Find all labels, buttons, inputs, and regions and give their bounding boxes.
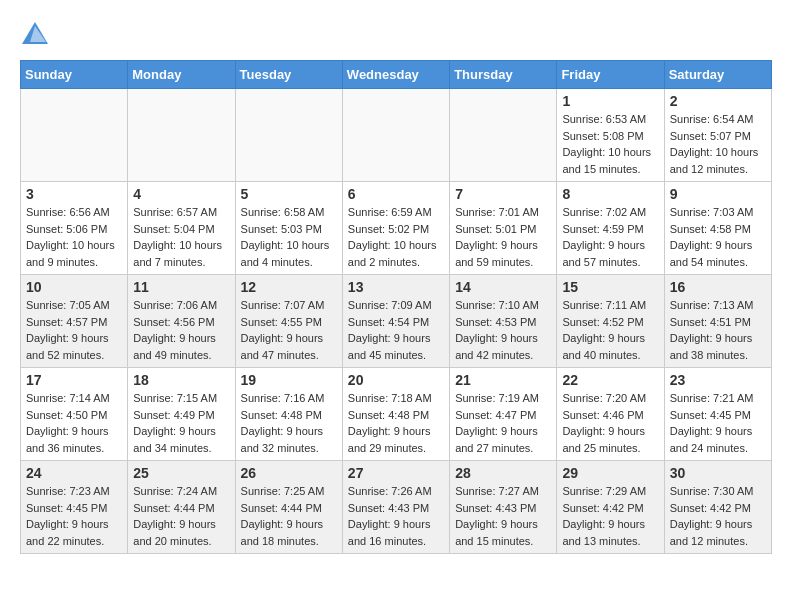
day-number: 26 (241, 465, 337, 481)
calendar-cell: 18Sunrise: 7:15 AM Sunset: 4:49 PM Dayli… (128, 368, 235, 461)
day-info: Sunrise: 7:16 AM Sunset: 4:48 PM Dayligh… (241, 390, 337, 456)
day-info: Sunrise: 7:20 AM Sunset: 4:46 PM Dayligh… (562, 390, 658, 456)
logo-icon (20, 20, 50, 44)
day-number: 24 (26, 465, 122, 481)
calendar-cell (235, 89, 342, 182)
day-info: Sunrise: 6:56 AM Sunset: 5:06 PM Dayligh… (26, 204, 122, 270)
day-info: Sunrise: 7:27 AM Sunset: 4:43 PM Dayligh… (455, 483, 551, 549)
calendar-cell: 17Sunrise: 7:14 AM Sunset: 4:50 PM Dayli… (21, 368, 128, 461)
calendar-cell: 14Sunrise: 7:10 AM Sunset: 4:53 PM Dayli… (450, 275, 557, 368)
day-info: Sunrise: 7:29 AM Sunset: 4:42 PM Dayligh… (562, 483, 658, 549)
calendar-cell: 1Sunrise: 6:53 AM Sunset: 5:08 PM Daylig… (557, 89, 664, 182)
calendar-cell: 13Sunrise: 7:09 AM Sunset: 4:54 PM Dayli… (342, 275, 449, 368)
day-info: Sunrise: 6:54 AM Sunset: 5:07 PM Dayligh… (670, 111, 766, 177)
calendar-cell: 12Sunrise: 7:07 AM Sunset: 4:55 PM Dayli… (235, 275, 342, 368)
calendar-cell: 11Sunrise: 7:06 AM Sunset: 4:56 PM Dayli… (128, 275, 235, 368)
calendar-cell: 29Sunrise: 7:29 AM Sunset: 4:42 PM Dayli… (557, 461, 664, 554)
day-info: Sunrise: 7:13 AM Sunset: 4:51 PM Dayligh… (670, 297, 766, 363)
day-info: Sunrise: 7:07 AM Sunset: 4:55 PM Dayligh… (241, 297, 337, 363)
day-info: Sunrise: 7:15 AM Sunset: 4:49 PM Dayligh… (133, 390, 229, 456)
calendar-cell: 10Sunrise: 7:05 AM Sunset: 4:57 PM Dayli… (21, 275, 128, 368)
day-info: Sunrise: 7:19 AM Sunset: 4:47 PM Dayligh… (455, 390, 551, 456)
calendar-cell: 7Sunrise: 7:01 AM Sunset: 5:01 PM Daylig… (450, 182, 557, 275)
day-info: Sunrise: 6:59 AM Sunset: 5:02 PM Dayligh… (348, 204, 444, 270)
day-number: 9 (670, 186, 766, 202)
day-number: 5 (241, 186, 337, 202)
calendar-cell: 22Sunrise: 7:20 AM Sunset: 4:46 PM Dayli… (557, 368, 664, 461)
calendar-cell: 9Sunrise: 7:03 AM Sunset: 4:58 PM Daylig… (664, 182, 771, 275)
day-info: Sunrise: 7:01 AM Sunset: 5:01 PM Dayligh… (455, 204, 551, 270)
calendar-cell: 24Sunrise: 7:23 AM Sunset: 4:45 PM Dayli… (21, 461, 128, 554)
day-number: 4 (133, 186, 229, 202)
calendar-cell: 2Sunrise: 6:54 AM Sunset: 5:07 PM Daylig… (664, 89, 771, 182)
day-info: Sunrise: 7:14 AM Sunset: 4:50 PM Dayligh… (26, 390, 122, 456)
calendar-cell: 19Sunrise: 7:16 AM Sunset: 4:48 PM Dayli… (235, 368, 342, 461)
day-info: Sunrise: 7:30 AM Sunset: 4:42 PM Dayligh… (670, 483, 766, 549)
day-info: Sunrise: 7:23 AM Sunset: 4:45 PM Dayligh… (26, 483, 122, 549)
day-info: Sunrise: 6:58 AM Sunset: 5:03 PM Dayligh… (241, 204, 337, 270)
day-number: 2 (670, 93, 766, 109)
calendar-cell: 4Sunrise: 6:57 AM Sunset: 5:04 PM Daylig… (128, 182, 235, 275)
calendar-cell: 16Sunrise: 7:13 AM Sunset: 4:51 PM Dayli… (664, 275, 771, 368)
day-number: 30 (670, 465, 766, 481)
calendar-cell: 15Sunrise: 7:11 AM Sunset: 4:52 PM Dayli… (557, 275, 664, 368)
calendar-body: 1Sunrise: 6:53 AM Sunset: 5:08 PM Daylig… (21, 89, 772, 554)
page-header (20, 20, 772, 44)
weekday-header: Wednesday (342, 61, 449, 89)
day-number: 11 (133, 279, 229, 295)
day-number: 7 (455, 186, 551, 202)
weekday-header: Thursday (450, 61, 557, 89)
calendar-cell (128, 89, 235, 182)
calendar-week-row: 24Sunrise: 7:23 AM Sunset: 4:45 PM Dayli… (21, 461, 772, 554)
day-number: 29 (562, 465, 658, 481)
calendar-cell: 3Sunrise: 6:56 AM Sunset: 5:06 PM Daylig… (21, 182, 128, 275)
day-number: 16 (670, 279, 766, 295)
calendar-week-row: 1Sunrise: 6:53 AM Sunset: 5:08 PM Daylig… (21, 89, 772, 182)
weekday-header: Sunday (21, 61, 128, 89)
day-info: Sunrise: 7:26 AM Sunset: 4:43 PM Dayligh… (348, 483, 444, 549)
calendar-header-row: SundayMondayTuesdayWednesdayThursdayFrid… (21, 61, 772, 89)
logo (20, 20, 54, 44)
calendar-cell: 27Sunrise: 7:26 AM Sunset: 4:43 PM Dayli… (342, 461, 449, 554)
calendar-cell: 25Sunrise: 7:24 AM Sunset: 4:44 PM Dayli… (128, 461, 235, 554)
day-number: 18 (133, 372, 229, 388)
weekday-header: Monday (128, 61, 235, 89)
day-info: Sunrise: 7:21 AM Sunset: 4:45 PM Dayligh… (670, 390, 766, 456)
calendar-cell: 23Sunrise: 7:21 AM Sunset: 4:45 PM Dayli… (664, 368, 771, 461)
calendar-cell (342, 89, 449, 182)
day-number: 3 (26, 186, 122, 202)
day-info: Sunrise: 6:57 AM Sunset: 5:04 PM Dayligh… (133, 204, 229, 270)
calendar-cell: 20Sunrise: 7:18 AM Sunset: 4:48 PM Dayli… (342, 368, 449, 461)
day-info: Sunrise: 7:25 AM Sunset: 4:44 PM Dayligh… (241, 483, 337, 549)
day-number: 13 (348, 279, 444, 295)
day-number: 10 (26, 279, 122, 295)
calendar-cell: 26Sunrise: 7:25 AM Sunset: 4:44 PM Dayli… (235, 461, 342, 554)
day-info: Sunrise: 7:11 AM Sunset: 4:52 PM Dayligh… (562, 297, 658, 363)
calendar-table: SundayMondayTuesdayWednesdayThursdayFrid… (20, 60, 772, 554)
day-number: 6 (348, 186, 444, 202)
calendar-cell: 8Sunrise: 7:02 AM Sunset: 4:59 PM Daylig… (557, 182, 664, 275)
day-number: 27 (348, 465, 444, 481)
day-info: Sunrise: 6:53 AM Sunset: 5:08 PM Dayligh… (562, 111, 658, 177)
day-number: 15 (562, 279, 658, 295)
weekday-header: Saturday (664, 61, 771, 89)
day-number: 22 (562, 372, 658, 388)
day-info: Sunrise: 7:02 AM Sunset: 4:59 PM Dayligh… (562, 204, 658, 270)
day-number: 23 (670, 372, 766, 388)
calendar-week-row: 17Sunrise: 7:14 AM Sunset: 4:50 PM Dayli… (21, 368, 772, 461)
day-info: Sunrise: 7:18 AM Sunset: 4:48 PM Dayligh… (348, 390, 444, 456)
calendar-cell: 30Sunrise: 7:30 AM Sunset: 4:42 PM Dayli… (664, 461, 771, 554)
day-info: Sunrise: 7:09 AM Sunset: 4:54 PM Dayligh… (348, 297, 444, 363)
calendar-cell: 28Sunrise: 7:27 AM Sunset: 4:43 PM Dayli… (450, 461, 557, 554)
day-number: 19 (241, 372, 337, 388)
day-number: 14 (455, 279, 551, 295)
weekday-header: Friday (557, 61, 664, 89)
day-number: 17 (26, 372, 122, 388)
day-number: 1 (562, 93, 658, 109)
calendar-cell (450, 89, 557, 182)
day-info: Sunrise: 7:03 AM Sunset: 4:58 PM Dayligh… (670, 204, 766, 270)
day-number: 21 (455, 372, 551, 388)
day-info: Sunrise: 7:24 AM Sunset: 4:44 PM Dayligh… (133, 483, 229, 549)
day-info: Sunrise: 7:05 AM Sunset: 4:57 PM Dayligh… (26, 297, 122, 363)
day-info: Sunrise: 7:10 AM Sunset: 4:53 PM Dayligh… (455, 297, 551, 363)
